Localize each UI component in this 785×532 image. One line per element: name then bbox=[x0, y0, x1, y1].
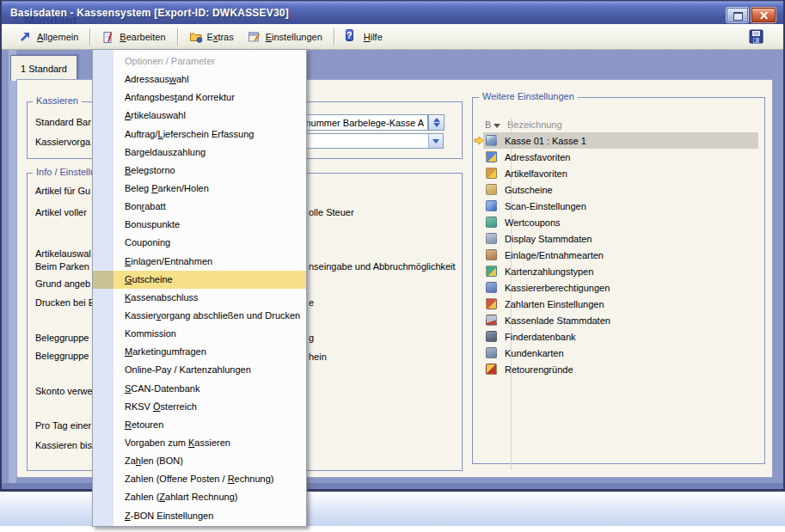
menu-item-kommission[interactable]: Kommission bbox=[93, 325, 306, 343]
settings-row-label: Adressfavoriten bbox=[505, 152, 570, 162]
icon-column-header[interactable]: B bbox=[485, 119, 491, 130]
number-spinner[interactable] bbox=[428, 114, 445, 131]
info-group-title: Info / Einstellu bbox=[33, 167, 99, 177]
toolbar-button-bearbeiten[interactable]: Bearbeiten bbox=[95, 28, 172, 46]
settings-row-label: Kundenkarten bbox=[505, 348, 564, 358]
menu-item-scan-datenbank[interactable]: SCAN-Datenbank bbox=[93, 380, 306, 398]
info-label: Drucken bei E bbox=[35, 297, 95, 309]
settings-row-gutscheine[interactable]: Gutscheine bbox=[483, 181, 758, 198]
kassieren-group-title: Kassieren bbox=[33, 95, 82, 106]
settings-row-display-stammdaten[interactable]: Display Stammdaten bbox=[483, 230, 758, 247]
tab-standard[interactable]: 1 Standard bbox=[10, 55, 77, 81]
form-pencil-icon bbox=[248, 30, 261, 44]
toolbar-button-einstellungen[interactable]: Einstellungen bbox=[241, 28, 329, 46]
minimize-button[interactable] bbox=[727, 8, 748, 22]
settings-row-kassiererberechtigungen[interactable]: Kassiererberechtigungen bbox=[483, 279, 758, 296]
toolbar-button-label: Extras bbox=[207, 32, 234, 42]
menu-item-retouren[interactable]: Retouren bbox=[93, 416, 306, 434]
toolbar-button-label: Einstellungen bbox=[266, 32, 322, 42]
toolbar-button-label: Bearbeiten bbox=[120, 32, 165, 42]
standard-bar-label: Standard Bar bbox=[35, 117, 91, 128]
titlebar[interactable]: Mandant Basisdaten - Kassensystem [Expor… bbox=[2, 2, 783, 24]
settings-row-label: Kassenlade Stammdaten bbox=[505, 315, 610, 326]
toolbar-button-hilfe[interactable]: Hilfe bbox=[339, 28, 389, 46]
info-label: Beleggruppe bbox=[35, 351, 89, 362]
kartenzahlung-icon bbox=[486, 266, 497, 277]
settings-row-kassenlade-stammdaten[interactable]: Kassenlade Stammdaten bbox=[483, 312, 758, 328]
artikelfavoriten-icon bbox=[486, 168, 497, 179]
menu-item-couponing[interactable]: Couponing bbox=[93, 234, 306, 252]
menu-item-gutscheine[interactable]: Gutscheine bbox=[93, 271, 306, 289]
settings-row-label: Wertcoupons bbox=[505, 217, 561, 228]
menu-item-anfangsbestand-korrektur[interactable]: Anfangsbestand Korrektur bbox=[93, 89, 306, 107]
menu-item-vorgaben-zum-kassieren[interactable]: Vorgaben zum Kassieren bbox=[93, 434, 306, 452]
settings-row-adressfavoriten[interactable]: Adressfavoriten bbox=[483, 149, 758, 165]
info-label: Artikel für Gu bbox=[35, 186, 90, 197]
settings-row-label: Einlage/Entnahmearten bbox=[505, 250, 604, 260]
settings-row-kundenkarten[interactable]: Kundenkarten bbox=[483, 345, 758, 361]
settings-row-scan-einstellungen[interactable]: Scan-Einstellungen bbox=[483, 198, 758, 214]
chevron-down-icon bbox=[432, 139, 439, 144]
menu-item-optionen-parameter: Optionen / Parameter bbox=[93, 52, 306, 70]
arrow-up-right-icon bbox=[19, 30, 33, 44]
settings-row-kartenzahlungstypen[interactable]: Kartenzahlungstypen bbox=[483, 263, 758, 279]
dropdown-button[interactable] bbox=[428, 134, 443, 148]
toolbar-button-allgemein[interactable]: Allgemein bbox=[12, 28, 85, 46]
zahlarten-icon bbox=[486, 298, 497, 309]
retouren-icon bbox=[486, 364, 497, 375]
wertcoupons-icon bbox=[486, 217, 497, 228]
save-button[interactable] bbox=[749, 29, 764, 45]
menu-item-auftrag-lieferschein-erfassung[interactable]: Auftrag/Lieferschein Erfassung bbox=[93, 125, 306, 144]
info-label: Beim Parken bbox=[35, 261, 89, 272]
settings-row-retourengründe[interactable]: Retourengründe bbox=[483, 361, 758, 377]
settings-row-einlage-entnahmearten[interactable]: Einlage/Entnahmearten bbox=[483, 247, 758, 263]
kasse-icon bbox=[486, 135, 497, 146]
settings-row-finderdatenbank[interactable]: Finderdatenbank bbox=[483, 328, 758, 345]
settings-row-wertcoupons[interactable]: Wertcoupons bbox=[483, 214, 758, 230]
gutscheine-icon bbox=[486, 184, 497, 195]
menu-item-marketingumfragen[interactable]: Marketingumfragen bbox=[93, 343, 306, 361]
menu-item-einlagen-entnahmen[interactable]: Einlagen/Entnahmen bbox=[93, 253, 306, 271]
list-header[interactable]: B Bezeichnung bbox=[483, 118, 758, 132]
menu-item-zahlen-offene-posten-rechnung[interactable]: Zahlen (Offene Posten / Rechnung) bbox=[93, 470, 306, 488]
display-icon bbox=[486, 233, 497, 244]
menu-item-artikelauswahl[interactable]: Artikelauswahl bbox=[93, 107, 306, 125]
info-text-fragment: hein bbox=[309, 352, 327, 363]
settings-row-label: Scan-Einstellungen bbox=[505, 201, 586, 211]
menu-item-online-pay-kartenzahlungen[interactable]: Online-Pay / Kartenzahlungen bbox=[93, 361, 306, 379]
toolbar-button-extras[interactable]: Extras bbox=[182, 28, 241, 46]
toolbar-button-label: Hilfe bbox=[364, 32, 383, 42]
frame-accent-band bbox=[9, 50, 16, 483]
settings-row-label: Display Stammdaten bbox=[505, 234, 592, 244]
name-column-header[interactable]: Bezeichnung bbox=[507, 119, 562, 130]
menu-item-beleg-parken-holen[interactable]: Beleg Parken/Holen bbox=[93, 180, 306, 198]
settings-row-label: Finderdatenbank bbox=[505, 332, 576, 342]
toolbar-separator bbox=[89, 28, 90, 46]
menu-item-kassiervorgang-abschließen-und-drucken[interactable]: Kassiervorgang abschließen und Drucken bbox=[93, 307, 306, 325]
menu-item-adressauswahl[interactable]: Adressauswahl bbox=[93, 70, 306, 89]
settings-row-label: Kartenzahlungstypen bbox=[505, 266, 593, 277]
minimize-icon bbox=[733, 12, 743, 21]
close-button[interactable] bbox=[751, 8, 776, 22]
menu-item-bonuspunkte[interactable]: Bonuspunkte bbox=[93, 216, 306, 234]
menu-item-z-bon-einstellungen[interactable]: Z-BON Einstellungen bbox=[93, 507, 306, 525]
info-label: Pro Tag einer bbox=[35, 420, 91, 431]
menu-item-bargeldauszahlung[interactable]: Bargeldauszahlung bbox=[93, 144, 306, 162]
menu-item-bonrabatt[interactable]: Bonrabatt bbox=[93, 198, 306, 216]
toolbar-button-label: Allgemein bbox=[37, 32, 78, 42]
menu-item-kassenabschluss[interactable]: Kassenabschluss bbox=[93, 289, 306, 307]
window-title: Basisdaten - Kassensystem [Export-ID: DW… bbox=[10, 7, 289, 19]
settings-row-artikelfavoriten[interactable]: Artikelfavoriten bbox=[483, 165, 758, 181]
menu-item-belegstorno[interactable]: Belegstorno bbox=[93, 162, 306, 180]
selected-row-arrow-icon bbox=[474, 136, 484, 147]
settings-row-zahlarten-einstellungen[interactable]: Zahlarten Einstellungen bbox=[483, 296, 758, 312]
spinner-down-icon bbox=[433, 123, 440, 127]
menu-item-zahlen-bon[interactable]: Zahlen (BON) bbox=[93, 452, 306, 470]
menu-item-rksv-österreich[interactable]: RKSV Österreich bbox=[93, 398, 306, 416]
toolbar-separator bbox=[334, 28, 334, 46]
info-text-fragment: olle Steuer bbox=[309, 207, 354, 218]
menu-item-zahlen-zahlart-rechnung[interactable]: Zahlen (Zahlart Rechnung) bbox=[93, 488, 306, 506]
finder-icon bbox=[486, 331, 497, 342]
settings-row-kasse-01-kasse-1[interactable]: Kasse 01 : Kasse 1 bbox=[483, 132, 758, 149]
info-label: Grund angeb bbox=[35, 278, 90, 290]
